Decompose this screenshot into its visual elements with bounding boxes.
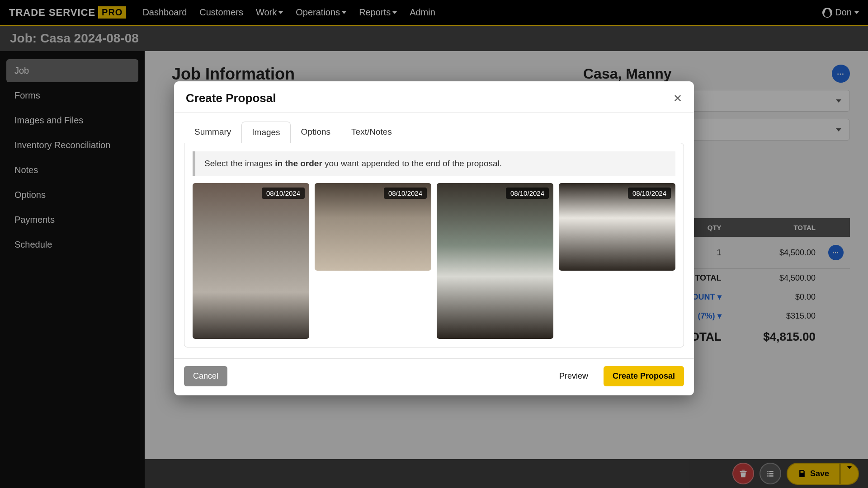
tab-summary[interactable]: Summary <box>184 121 241 143</box>
close-icon: ✕ <box>673 92 682 104</box>
tab-label: Options <box>301 127 330 136</box>
tab-textnotes[interactable]: Text/Notes <box>341 121 402 143</box>
image-date: 08/10/2024 <box>262 188 305 199</box>
banner-bold: in the order <box>275 159 322 168</box>
tab-label: Summary <box>194 127 231 136</box>
close-button[interactable]: ✕ <box>673 93 682 104</box>
proposal-image-3[interactable]: 08/10/2024 <box>437 183 553 339</box>
image-date: 08/10/2024 <box>628 188 671 199</box>
image-date: 08/10/2024 <box>506 188 549 199</box>
create-label: Create Proposal <box>613 371 675 380</box>
image-grid: 08/10/2024 08/10/2024 08/10/2024 08/10/2… <box>193 183 675 339</box>
create-proposal-modal: Create Proposal ✕ Summary Images Options… <box>174 81 694 395</box>
proposal-image-2[interactable]: 08/10/2024 <box>315 183 431 271</box>
modal-overlay: Create Proposal ✕ Summary Images Options… <box>0 0 868 488</box>
proposal-image-1[interactable]: 08/10/2024 <box>193 183 309 339</box>
tab-label: Text/Notes <box>351 127 392 136</box>
cancel-label: Cancel <box>193 371 218 380</box>
preview-button[interactable]: Preview <box>550 366 597 386</box>
images-panel: Select the images in the order you want … <box>184 143 684 347</box>
cancel-button[interactable]: Cancel <box>184 366 227 386</box>
tab-label: Images <box>252 127 280 137</box>
banner-post: you want appended to the end of the prop… <box>322 159 502 168</box>
tab-options[interactable]: Options <box>291 121 341 143</box>
preview-label: Preview <box>559 371 588 380</box>
tab-images[interactable]: Images <box>241 122 290 143</box>
modal-title: Create Proposal <box>186 91 276 105</box>
create-proposal-button[interactable]: Create Proposal <box>604 366 684 386</box>
info-banner: Select the images in the order you want … <box>193 151 675 176</box>
modal-footer: Cancel Preview Create Proposal <box>174 358 694 395</box>
modal-header: Create Proposal ✕ <box>174 81 694 113</box>
image-date: 08/10/2024 <box>384 188 427 199</box>
proposal-image-4[interactable]: 08/10/2024 <box>559 183 675 271</box>
modal-tabs: Summary Images Options Text/Notes <box>174 113 694 143</box>
banner-pre: Select the images <box>204 159 275 168</box>
